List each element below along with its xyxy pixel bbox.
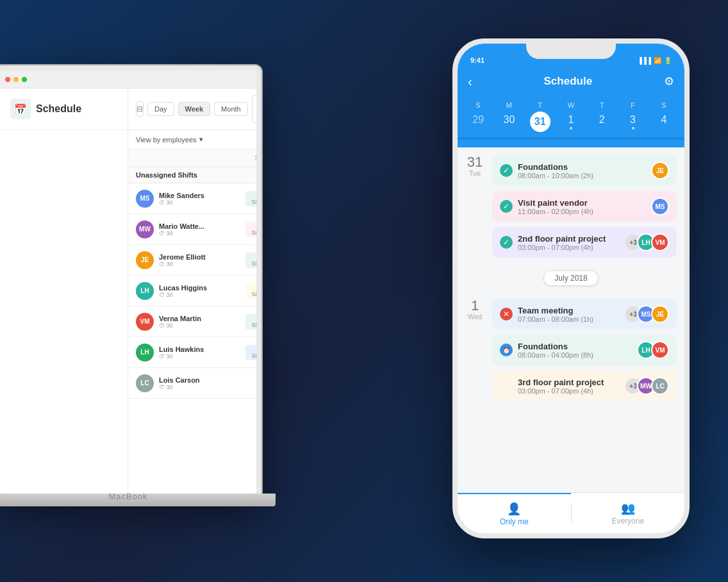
calendar-day-31[interactable]: 31 xyxy=(530,112,550,132)
event-card-2nd-floor[interactable]: ✓ 2nd floor paint project 03:00pm - 07:0… xyxy=(492,227,677,258)
event-info: Visit paint vendor 11:00am - 02:00pm (4h… xyxy=(518,198,593,215)
calendar-day-29[interactable]: 29 xyxy=(463,112,493,132)
desktop-topbar xyxy=(0,71,256,88)
employee-details: Mario Watte... ⏱ 30 xyxy=(159,222,204,237)
emp-name: Jerome Elliott xyxy=(159,253,206,261)
emp-name: Mike Sanders xyxy=(159,192,204,199)
event-name: 2nd floor paint project xyxy=(518,234,606,244)
toolbar: ⊟ Day Week Month ‹ May 4-10 › Today xyxy=(128,88,256,130)
wifi-icon: 📶 xyxy=(654,57,661,64)
macbook-screen-inner: 📅 Schedule ⊟ Day Week Month xyxy=(0,71,256,494)
filter-icon[interactable]: ⊟ xyxy=(136,101,144,117)
emp-name: Lucas Higgins xyxy=(159,284,207,292)
app-title: Schedule xyxy=(36,103,81,115)
week-button[interactable]: Week xyxy=(178,102,211,116)
avatar: LH xyxy=(136,344,154,362)
event-card-foundations1[interactable]: ✓ Foundations 08:00am - 10:00am (2h) JE xyxy=(492,155,677,186)
avatar-group: JE xyxy=(655,162,669,179)
emp-hours: ⏱ 30 xyxy=(159,199,204,206)
shift-block[interactable]: 1p - 5pSite worker xyxy=(245,345,256,360)
shift-cell: 1p - 5pSite worker xyxy=(244,313,256,331)
date-nav[interactable]: ‹ May 4-10 › xyxy=(252,95,256,123)
day-button[interactable]: Day xyxy=(147,102,174,116)
mini-avatar: VM xyxy=(651,341,669,359)
main-area: ⊟ Day Week Month ‹ May 4-10 › Today xyxy=(128,88,256,494)
emp-hours: ⏱ 30 xyxy=(159,292,207,298)
desktop-app: 📅 Schedule ⊟ Day Week Month xyxy=(0,71,256,494)
avatar: VM xyxy=(136,313,154,331)
only-me-label: Only me xyxy=(500,517,529,526)
shift-block[interactable]: 1p - 5pSite worker xyxy=(245,314,256,329)
col-name xyxy=(128,152,244,164)
event-time: 08:00am - 04:00pm (8h) xyxy=(518,351,593,359)
event-time: 11:00am - 02:00pm (4h) xyxy=(518,208,593,215)
event-right: +3 MS JE xyxy=(623,305,669,323)
day-name-t2: T xyxy=(586,101,617,109)
calendar-day-30[interactable]: 30 xyxy=(493,112,524,132)
event-card-paint-vendor[interactable]: ✓ Visit paint vendor 11:00am - 02:00pm (… xyxy=(492,191,677,222)
minimize-dot[interactable] xyxy=(13,77,19,82)
close-dot[interactable] xyxy=(5,77,10,82)
date-label-1: 1 Wed xyxy=(465,299,484,404)
calendar-day-3[interactable]: 3 xyxy=(617,112,648,132)
emp-name: Luis Hawkins xyxy=(159,345,204,353)
schedule-table: Sun 5/4 Mon 5/5 Tue 5/6 Unassigned Shift… xyxy=(128,149,256,494)
event-card-3rd-floor[interactable]: 3rd floor paint project 03:00pm - 07:00p… xyxy=(492,370,677,401)
event-left: ✓ 2nd floor paint project 03:00pm - 07:0… xyxy=(500,234,606,251)
table-row: MW Mario Watte... ⏱ 30 1p - 5pSite worke… xyxy=(128,214,256,245)
mini-avatar: VM xyxy=(651,233,669,251)
tab-everyone[interactable]: 👥 Everyone xyxy=(572,493,685,533)
day-names: S M T W T F S xyxy=(458,101,684,109)
shift-block[interactable]: 1p - 5pSite worker xyxy=(245,253,256,268)
event-info: Foundations 08:00am - 10:00am (2h) xyxy=(518,162,593,179)
shift-cell: 1p - 5pSite worker xyxy=(244,282,256,300)
date-num: 31 xyxy=(467,155,483,169)
event-card-foundations2[interactable]: ⏰ Foundations 08:00am - 04:00pm (8h) LH … xyxy=(492,335,677,365)
emp-name: Mario Watte... xyxy=(159,222,204,230)
calendar-strip: S M T W T F S 29 30 31 1 xyxy=(458,96,684,147)
shift-block[interactable]: 1p - 5pSite worker xyxy=(245,222,256,237)
maximize-dot[interactable] xyxy=(22,77,27,82)
emp-hours: ⏱ 30 xyxy=(159,261,206,267)
avatar: MW xyxy=(136,220,154,238)
table-row: LH Luis Hawkins ⏱ 30 1p - 5pSite worker … xyxy=(128,337,256,368)
phone-container: 9:41 ▐▐▐ 📶 🔋 ‹ Schedule ⚙ S M T W xyxy=(452,38,690,538)
event-card-team-meeting[interactable]: ✕ Team meeting 07:00am - 08:00am (1h) +3… xyxy=(492,299,677,329)
shift-cell: 1p - 5pSite worker xyxy=(244,190,256,208)
event-right: +3 LH VM xyxy=(623,233,669,251)
calendar-day-4[interactable]: 4 xyxy=(649,112,679,132)
avatar: MS xyxy=(136,190,154,208)
date-num: 1 xyxy=(471,299,479,313)
calendar-day-31-wrapper[interactable]: 31 xyxy=(525,112,556,132)
employee-details: Lois Carson ⏱ 30 xyxy=(159,376,200,390)
status-check-icon: ✓ xyxy=(500,236,513,249)
date-section-1: 1 Wed ✕ Team meeting 07:00am - 08:00am (… xyxy=(458,291,684,409)
events-list: ✓ Foundations 08:00am - 10:00am (2h) JE xyxy=(492,155,677,260)
employee-details: Mike Sanders ⏱ 30 xyxy=(159,192,204,206)
shift-block[interactable]: 1p - 5pSite worker xyxy=(245,191,256,206)
event-right: LH VM xyxy=(641,341,669,359)
shift-block[interactable]: 1p - 5pSite worker xyxy=(245,283,256,299)
day-numbers: 29 30 31 1 2 3 4 xyxy=(458,112,684,132)
tab-only-me[interactable]: 👤 Only me xyxy=(458,493,571,533)
view-label: View by employees xyxy=(136,136,197,144)
phone-frame: 9:41 ▐▐▐ 📶 🔋 ‹ Schedule ⚙ S M T W xyxy=(452,38,690,538)
calendar-day-1[interactable]: 1 xyxy=(556,112,586,132)
status-clock-icon: ⏰ xyxy=(500,344,513,356)
employee-info: LH Lucas Higgins ⏱ 30 xyxy=(128,279,244,303)
mini-avatar: JE xyxy=(651,305,669,323)
unassigned-label: Unassigned Shifts xyxy=(136,171,197,179)
settings-icon[interactable]: ⚙ xyxy=(664,74,674,88)
nav-title: Schedule xyxy=(544,75,593,88)
event-name: 3rd floor paint project xyxy=(518,378,604,387)
month-button[interactable]: Month xyxy=(214,102,248,116)
calendar-day-2[interactable]: 2 xyxy=(586,112,617,132)
event-left: ⏰ Foundations 08:00am - 04:00pm (8h) xyxy=(500,342,593,359)
employee-info: MW Mario Watte... ⏱ 30 xyxy=(128,218,244,241)
event-left: ✕ Team meeting 07:00am - 08:00am (1h) xyxy=(500,306,593,323)
event-right: JE xyxy=(655,162,669,179)
avatar-group: +3 MS JE xyxy=(623,305,669,323)
everyone-icon: 👥 xyxy=(621,501,635,515)
back-button[interactable]: ‹ xyxy=(468,74,472,89)
avatar-group: +3 MW LC xyxy=(623,377,669,395)
